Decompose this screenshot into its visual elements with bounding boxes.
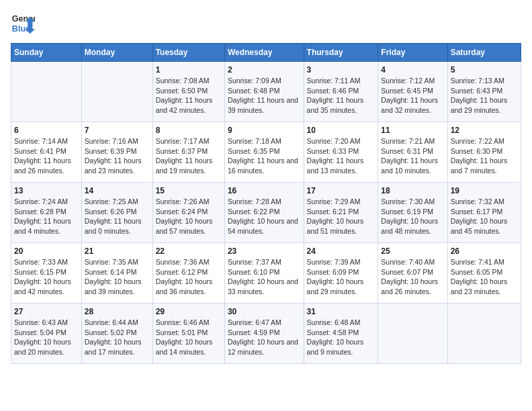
day-info: Sunrise: 6:43 AM Sunset: 5:04 PM Dayligh… — [14, 318, 79, 357]
day-number: 29 — [156, 307, 222, 316]
calendar-cell: 15Sunrise: 7:26 AM Sunset: 6:24 PM Dayli… — [152, 183, 224, 243]
day-number: 30 — [228, 307, 301, 316]
calendar-cell — [447, 304, 521, 364]
day-info: Sunrise: 7:35 AM Sunset: 6:14 PM Dayligh… — [85, 257, 150, 297]
day-number: 7 — [85, 126, 150, 135]
day-info: Sunrise: 7:29 AM Sunset: 6:21 PM Dayligh… — [307, 197, 375, 236]
calendar-cell: 30Sunrise: 6:47 AM Sunset: 4:59 PM Dayli… — [224, 304, 304, 364]
weekday-header: Thursday — [304, 44, 378, 62]
day-number: 23 — [228, 246, 301, 256]
weekday-header: Tuesday — [152, 44, 224, 62]
day-info: Sunrise: 7:14 AM Sunset: 6:41 PM Dayligh… — [14, 136, 79, 176]
day-number: 2 — [228, 65, 301, 75]
calendar-week-row: 20Sunrise: 7:33 AM Sunset: 6:15 PM Dayli… — [11, 243, 521, 304]
page-header: General Blue — [11, 11, 521, 35]
svg-text:Blue: Blue — [12, 24, 30, 34]
day-info: Sunrise: 7:39 AM Sunset: 6:09 PM Dayligh… — [307, 257, 375, 297]
day-number: 28 — [85, 307, 150, 316]
calendar-week-row: 27Sunrise: 6:43 AM Sunset: 5:04 PM Dayli… — [11, 304, 521, 364]
calendar-cell: 26Sunrise: 7:41 AM Sunset: 6:05 PM Dayli… — [447, 243, 521, 304]
calendar-table: SundayMondayTuesdayWednesdayThursdayFrid… — [11, 43, 521, 364]
day-number: 21 — [85, 246, 150, 256]
day-info: Sunrise: 6:46 AM Sunset: 5:01 PM Dayligh… — [156, 318, 222, 357]
day-info: Sunrise: 7:32 AM Sunset: 6:17 PM Dayligh… — [451, 197, 518, 236]
day-info: Sunrise: 6:48 AM Sunset: 4:58 PM Dayligh… — [307, 318, 375, 357]
calendar-cell: 11Sunrise: 7:21 AM Sunset: 6:31 PM Dayli… — [378, 122, 447, 183]
calendar-cell: 21Sunrise: 7:35 AM Sunset: 6:14 PM Dayli… — [81, 243, 152, 304]
weekday-header: Friday — [378, 44, 447, 62]
day-info: Sunrise: 6:44 AM Sunset: 5:02 PM Dayligh… — [85, 318, 150, 357]
day-info: Sunrise: 7:37 AM Sunset: 6:10 PM Dayligh… — [228, 257, 301, 297]
day-number: 5 — [451, 65, 518, 75]
day-number: 15 — [156, 186, 222, 195]
day-info: Sunrise: 7:11 AM Sunset: 6:46 PM Dayligh… — [307, 76, 375, 116]
day-info: Sunrise: 7:28 AM Sunset: 6:22 PM Dayligh… — [228, 197, 301, 236]
calendar-cell: 5Sunrise: 7:13 AM Sunset: 6:43 PM Daylig… — [447, 62, 521, 122]
calendar-cell — [81, 62, 152, 122]
calendar-cell: 1Sunrise: 7:08 AM Sunset: 6:50 PM Daylig… — [152, 62, 224, 122]
calendar-cell: 19Sunrise: 7:32 AM Sunset: 6:17 PM Dayli… — [447, 183, 521, 243]
day-info: Sunrise: 7:22 AM Sunset: 6:30 PM Dayligh… — [451, 136, 518, 176]
day-info: Sunrise: 7:08 AM Sunset: 6:50 PM Dayligh… — [156, 76, 222, 116]
day-info: Sunrise: 7:30 AM Sunset: 6:19 PM Dayligh… — [381, 197, 444, 236]
day-info: Sunrise: 6:47 AM Sunset: 4:59 PM Dayligh… — [228, 318, 301, 357]
day-info: Sunrise: 7:41 AM Sunset: 6:05 PM Dayligh… — [451, 257, 518, 297]
calendar-cell: 22Sunrise: 7:36 AM Sunset: 6:12 PM Dayli… — [152, 243, 224, 304]
calendar-cell: 27Sunrise: 6:43 AM Sunset: 5:04 PM Dayli… — [11, 304, 82, 364]
calendar-week-row: 1Sunrise: 7:08 AM Sunset: 6:50 PM Daylig… — [11, 62, 521, 122]
day-info: Sunrise: 7:16 AM Sunset: 6:39 PM Dayligh… — [85, 136, 150, 176]
logo-icon: General Blue — [11, 11, 35, 35]
calendar-week-row: 13Sunrise: 7:24 AM Sunset: 6:28 PM Dayli… — [11, 183, 521, 243]
calendar-cell: 20Sunrise: 7:33 AM Sunset: 6:15 PM Dayli… — [11, 243, 82, 304]
day-info: Sunrise: 7:12 AM Sunset: 6:45 PM Dayligh… — [381, 76, 444, 116]
calendar-cell: 18Sunrise: 7:30 AM Sunset: 6:19 PM Dayli… — [378, 183, 447, 243]
day-number: 24 — [307, 246, 375, 256]
calendar-cell — [378, 304, 447, 364]
calendar-cell: 4Sunrise: 7:12 AM Sunset: 6:45 PM Daylig… — [378, 62, 447, 122]
calendar-cell: 3Sunrise: 7:11 AM Sunset: 6:46 PM Daylig… — [304, 62, 378, 122]
calendar-cell: 29Sunrise: 6:46 AM Sunset: 5:01 PM Dayli… — [152, 304, 224, 364]
calendar-cell: 7Sunrise: 7:16 AM Sunset: 6:39 PM Daylig… — [81, 122, 152, 183]
calendar-cell: 23Sunrise: 7:37 AM Sunset: 6:10 PM Dayli… — [224, 243, 304, 304]
day-number: 14 — [85, 186, 150, 195]
calendar-cell: 2Sunrise: 7:09 AM Sunset: 6:48 PM Daylig… — [224, 62, 304, 122]
day-number: 22 — [156, 246, 222, 256]
calendar-cell: 12Sunrise: 7:22 AM Sunset: 6:30 PM Dayli… — [447, 122, 521, 183]
calendar-cell: 31Sunrise: 6:48 AM Sunset: 4:58 PM Dayli… — [304, 304, 378, 364]
calendar-cell: 10Sunrise: 7:20 AM Sunset: 6:33 PM Dayli… — [304, 122, 378, 183]
day-number: 20 — [14, 246, 79, 256]
day-info: Sunrise: 7:36 AM Sunset: 6:12 PM Dayligh… — [156, 257, 222, 297]
day-number: 12 — [451, 126, 518, 135]
day-number: 25 — [381, 246, 444, 256]
calendar-cell: 8Sunrise: 7:17 AM Sunset: 6:37 PM Daylig… — [152, 122, 224, 183]
day-info: Sunrise: 7:21 AM Sunset: 6:31 PM Dayligh… — [381, 136, 444, 176]
weekday-header: Monday — [81, 44, 152, 62]
weekday-header: Sunday — [11, 44, 82, 62]
day-number: 4 — [381, 65, 444, 75]
calendar-cell: 9Sunrise: 7:18 AM Sunset: 6:35 PM Daylig… — [224, 122, 304, 183]
day-number: 9 — [228, 126, 301, 135]
day-number: 13 — [14, 186, 79, 195]
day-number: 16 — [228, 186, 301, 195]
weekday-header: Saturday — [447, 44, 521, 62]
weekday-header: Wednesday — [224, 44, 304, 62]
day-number: 6 — [14, 126, 79, 135]
logo: General Blue — [11, 11, 35, 35]
day-number: 26 — [451, 246, 518, 256]
day-number: 3 — [307, 65, 375, 75]
day-number: 19 — [451, 186, 518, 195]
calendar-cell: 14Sunrise: 7:25 AM Sunset: 6:26 PM Dayli… — [81, 183, 152, 243]
calendar-cell: 17Sunrise: 7:29 AM Sunset: 6:21 PM Dayli… — [304, 183, 378, 243]
day-info: Sunrise: 7:33 AM Sunset: 6:15 PM Dayligh… — [14, 257, 79, 297]
day-number: 27 — [14, 307, 79, 316]
calendar-cell: 13Sunrise: 7:24 AM Sunset: 6:28 PM Dayli… — [11, 183, 82, 243]
day-number: 11 — [381, 126, 444, 135]
calendar-cell: 28Sunrise: 6:44 AM Sunset: 5:02 PM Dayli… — [81, 304, 152, 364]
calendar-cell — [11, 62, 82, 122]
day-info: Sunrise: 7:26 AM Sunset: 6:24 PM Dayligh… — [156, 197, 222, 236]
day-number: 10 — [307, 126, 375, 135]
day-number: 1 — [156, 65, 222, 75]
calendar-week-row: 6Sunrise: 7:14 AM Sunset: 6:41 PM Daylig… — [11, 122, 521, 183]
day-info: Sunrise: 7:20 AM Sunset: 6:33 PM Dayligh… — [307, 136, 375, 176]
calendar-cell: 24Sunrise: 7:39 AM Sunset: 6:09 PM Dayli… — [304, 243, 378, 304]
